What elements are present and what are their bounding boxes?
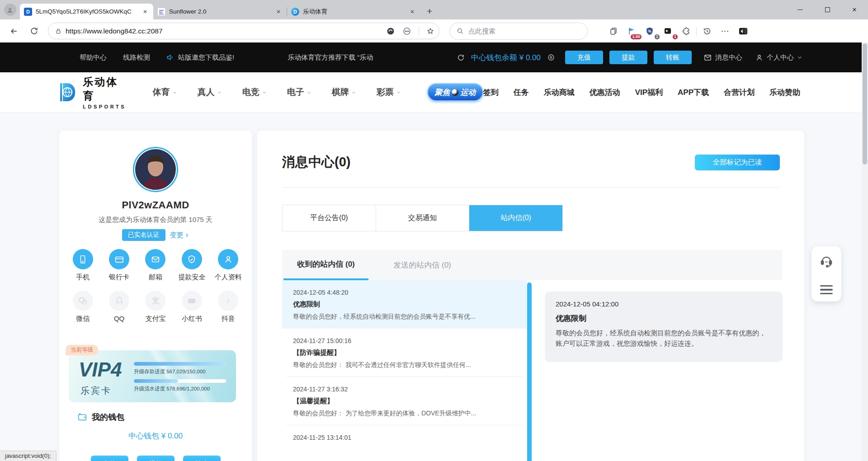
detail-title: 优惠限制 [556,313,772,324]
user-icon [218,249,238,269]
nav-menu-slots[interactable]: 电子 [287,86,311,98]
focus-sports-banner[interactable]: 聚焦 运动 [427,83,483,101]
more-menu-icon[interactable]: ⋯ [717,24,733,39]
help-center-link[interactable]: 帮助中心 [80,53,107,62]
subtab-sent-mail[interactable]: 发送的站内信 (0) [384,250,461,280]
close-button[interactable]: ✕ [841,0,868,19]
deposit-button[interactable]: 充值 [565,51,603,64]
logo-cn: 乐动体育 [83,75,128,103]
vip-level-card[interactable]: 当前等级 VIP4 乐宾卡 升级存款进度 567,029/150,000 升级流… [69,350,236,402]
copilot-sidebar-icon[interactable] [736,24,751,39]
tab-platform-announcements[interactable]: 平台公告(0) [283,205,376,231]
wechat-icon [73,291,93,311]
tab-close-icon[interactable]: ✕ [274,8,283,16]
history-icon[interactable] [699,24,715,39]
nav-menu-sports[interactable]: 体育 [153,86,177,98]
browser-tab-2[interactable]: Sunflower 2.0 ✕ [153,4,287,19]
nav-link-tasks[interactable]: 任务 [514,87,529,98]
deposit-progress-bar [134,362,226,366]
mark-all-read-button[interactable]: 全部标记为已读 [695,155,780,170]
chevron-down-icon [307,90,311,95]
pennant-extension-icon[interactable]: 1.00 [624,24,639,39]
browser-tab-1[interactable]: D 5LmQ5Yqo5L2T6IKyfOS5kOWKqC ✕ [20,4,153,19]
change-link[interactable]: 变更 [170,231,189,240]
wallet-balance: 中心钱包余额 ¥ 0.00 [471,52,541,63]
transfer-button[interactable]: 转账 [654,51,692,64]
browser-tab-3[interactable]: D 乐动体育 ✕ [287,4,420,19]
message-item[interactable]: 2024-12-05 4:48:20 优惠限制 尊敬的会员您好，经系统自动检测目… [282,280,527,329]
maximize-button[interactable] [814,0,841,19]
nav-menu-esports[interactable]: 电竞 [242,86,267,98]
sidebar-withdraw-button[interactable]: 提款 [137,456,175,461]
social-item-xiaohongshu[interactable]: 小红书 [174,291,210,323]
chat-badge: 1 [673,34,678,39]
social-item-alipay[interactable]: 支 支付宝 [137,291,174,323]
chat-extension-icon[interactable]: 1 [660,24,675,39]
chevron-down-icon [217,90,222,95]
refresh-icon[interactable] [26,24,42,39]
floating-service-widget [811,246,841,301]
browser-profile-avatar[interactable] [0,0,20,19]
quick-search-box[interactable] [449,23,588,40]
personal-center-link[interactable]: 个人中心 [755,53,802,62]
tab-close-icon[interactable]: ✕ [408,8,416,16]
social-item-douyin[interactable]: ♪ 抖音 [210,291,246,323]
collections-icon[interactable] [606,24,621,39]
new-tab-button[interactable]: + [420,6,439,19]
security-item-phone[interactable]: 手机 [65,249,101,282]
menu-hamburger-icon[interactable] [820,285,833,295]
avatar[interactable] [133,147,178,192]
search-input[interactable] [468,27,581,35]
username: PlV2wZAAMD [59,199,252,211]
nav-link-sponsor[interactable]: 乐动赞助 [769,87,800,98]
tab-close-icon[interactable]: ✕ [141,8,149,16]
tab-transaction-notices[interactable]: 交易通知 [376,205,470,231]
security-item-profile[interactable]: 个人资料 [210,249,246,282]
customer-service-headset-icon[interactable] [819,254,834,268]
favorite-star-icon[interactable] [426,27,434,35]
nav-link-app[interactable]: APP下载 [678,87,709,98]
message-center-link[interactable]: 消息中心 [703,53,742,62]
tab-site-mail[interactable]: 站内信(0) [469,205,562,231]
security-item-bankcard[interactable]: 银行卡 [101,249,137,282]
line-check-link[interactable]: 线路检测 [123,53,150,62]
shield-extension-icon[interactable]: % 2 [642,24,657,39]
message-item[interactable]: 2024-11-27 15:00:16 【防诈骗提醒】 尊敬的会员您好： 我司不… [282,329,527,377]
sidebar-deposit-button[interactable]: 充值 [91,456,128,461]
phone-icon [73,249,93,269]
nav-link-vip[interactable]: VIP福利 [635,87,663,98]
more-page-actions-icon[interactable] [402,27,411,36]
message-list-scrollbar[interactable] [527,282,532,461]
nav-link-affiliate[interactable]: 合营计划 [724,87,755,98]
nav-link-promos[interactable]: 优惠活动 [590,87,620,98]
sidebar-transfer-button[interactable]: 转账 [183,456,221,461]
deposit-progress-label: 升级存款进度 567,029/150,000 [134,368,206,375]
extensions-puzzle-icon[interactable] [678,24,693,39]
site-logo[interactable]: 乐动体育 LDSPORTS [57,75,128,109]
page-insights-icon[interactable] [386,27,395,36]
security-item-withdraw-safety[interactable]: 提款安全 [174,249,210,282]
message-item[interactable]: 2024-11-25 13:14:01 [282,425,527,449]
minimize-button[interactable] [787,0,814,19]
back-icon[interactable] [6,24,22,39]
social-item-qq[interactable]: QQ [101,291,137,323]
shield-check-icon [182,249,202,269]
page-scrollbar[interactable] [862,42,868,461]
subtab-received-mail[interactable]: 收到的站内信 (0) [283,250,368,280]
withdraw-button[interactable]: 提款 [609,51,647,64]
nav-menu-live[interactable]: 真人 [198,86,222,98]
nav-link-checkin[interactable]: 签到 [483,87,499,98]
profile-sidebar: PlV2wZAAMD 这是您成为乐动体育会员的第 1075 天 已实名认证 变更… [59,131,252,461]
social-item-wechat[interactable]: 微信 [65,291,101,323]
message-item[interactable]: 2024-11-27 3:16:32 【温馨提醒】 尊敬的会员您好： 为了给您带… [282,377,527,425]
message-center-panel: 消息中心(0) 全部标记为已读 平台公告(0) 交易通知 站内信(0) 收到的站… [257,131,804,461]
security-item-email[interactable]: 邮箱 [137,249,174,282]
balance-refresh-icon[interactable] [457,54,465,61]
toggle-balance-icon[interactable] [547,53,555,61]
nav-menu-chess[interactable]: 棋牌 [332,86,356,98]
download-invite[interactable]: 站版邀您下载品鉴! [166,53,234,62]
nav-link-mall[interactable]: 乐动商城 [544,87,575,98]
address-bar[interactable]: https://www.ledong842.cc:2087 [48,23,439,39]
nav-menu-lottery[interactable]: 彩票 [377,86,401,98]
scrollbar-thumb[interactable] [863,43,867,165]
